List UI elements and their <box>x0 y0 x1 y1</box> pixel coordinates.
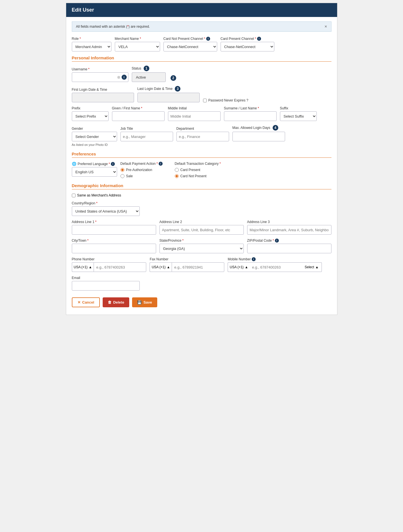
sale-radio[interactable] <box>120 174 124 178</box>
pwd-never-expires-checkbox[interactable] <box>203 99 207 102</box>
status-group: Status 1 Active <box>132 66 166 82</box>
role-row: Role* Merchant Admin Merchant Name* VELA… <box>72 37 331 51</box>
personal-section-title: Personal Information <box>72 55 331 62</box>
status-field: Active <box>132 72 166 82</box>
max-login-input[interactable]: 30 <box>232 132 285 141</box>
phone-input[interactable] <box>94 262 146 272</box>
card-not-present-radio[interactable] <box>175 174 179 178</box>
mobile-info-icon[interactable]: i <box>252 257 256 261</box>
addr2-label: Address Line 2 <box>160 220 244 224</box>
merchant-label: Merchant Name* <box>115 37 160 41</box>
card-present-label: Card Present <box>180 168 201 172</box>
prefix-select[interactable]: Select Prefix Mr.Mrs.Ms.Dr. <box>72 111 109 121</box>
delete-icon: 🗑 <box>108 300 111 304</box>
card-not-present-label: Card Not Present <box>180 174 207 178</box>
username-wrapper: test.user.vela ⊗ i <box>72 72 128 82</box>
transaction-cat-radio-group: Card Present Card Not Present <box>175 168 231 178</box>
surname-label: Surname / Last Name* <box>224 106 277 110</box>
surname-input[interactable]: User <box>224 111 277 121</box>
preferences-section: Preferences 🌐 Preferred Language* i Engl… <box>72 152 331 178</box>
city-state-zip-row: City/Town* ABC City State/Province* Geor… <box>72 239 331 253</box>
addr1-input[interactable]: 123 ABC Blvd <box>72 225 156 235</box>
pre-auth-radio[interactable] <box>120 168 124 172</box>
page-body: All fields marked with an asterisk (*) a… <box>66 17 337 315</box>
payment-action-group: Default Payment Action* i Pre-Authorizat… <box>120 162 171 178</box>
pwd-never-expires-label: Password Never Expires ? <box>208 98 248 102</box>
country-group: Country/Region* United States of America… <box>72 201 140 216</box>
gender-row: Gender Select Gender MaleFemaleNon-binar… <box>72 125 331 141</box>
page-title: Edit User <box>72 7 94 13</box>
lang-label: 🌐 Preferred Language* i <box>72 162 117 166</box>
delete-button[interactable]: 🗑 Delete <box>103 297 129 307</box>
mobile-select-chevron-icon: ▲ <box>315 265 319 269</box>
mobile-select-button[interactable]: Select ▲ <box>302 262 322 272</box>
cp-select[interactable]: Chase-NetConnect <box>221 42 274 51</box>
mobile-input[interactable] <box>250 262 302 272</box>
city-input[interactable]: ABC City <box>72 244 156 253</box>
action-buttons-row: ✕ Cancel 🗑 Delete 💾 Save <box>72 297 331 310</box>
gender-select[interactable]: Select Gender MaleFemaleNon-binary <box>72 132 117 141</box>
save-button[interactable]: 💾 Save <box>132 297 157 307</box>
addr3-input[interactable] <box>247 225 331 235</box>
lang-select[interactable]: English US SpanishFrench <box>72 167 117 177</box>
name-row: Prefix Select Prefix Mr.Mrs.Ms.Dr. Given… <box>72 106 331 121</box>
lang-info-icon[interactable]: i <box>111 162 115 166</box>
last-login-badge: 3 <box>175 86 180 92</box>
username-clear-icon[interactable]: ⊗ <box>117 75 120 79</box>
mobile-country-selector[interactable]: USA (+1) ▲ <box>228 262 250 272</box>
gender-group: Gender Select Gender MaleFemaleNon-binar… <box>72 127 117 141</box>
cnp-label: Card Not Present Channel* i <box>163 37 217 41</box>
jobtitle-input[interactable] <box>120 132 173 141</box>
zip-info-icon[interactable]: i <box>275 239 279 243</box>
role-select[interactable]: Merchant Admin <box>72 42 111 51</box>
fax-input[interactable] <box>172 262 224 272</box>
fax-label: Fax Number <box>150 257 224 261</box>
transaction-cat-group: Default Transaction Category* Card Prese… <box>175 162 231 178</box>
pre-auth-radio-item: Pre-Authorization <box>120 168 171 172</box>
zip-group: ZIP/Postal Code* i 30000 <box>247 239 331 253</box>
personal-section: Personal Information Username* test.user… <box>72 55 331 146</box>
same-as-merchant-checkbox[interactable] <box>72 194 76 197</box>
addr1-group: Address Line 1* 123 ABC Blvd <box>72 220 156 235</box>
close-icon[interactable]: ✕ <box>324 25 327 29</box>
username-label: Username* <box>72 67 128 71</box>
status-badge-1: 1 <box>144 66 149 71</box>
payment-action-info-icon[interactable]: i <box>159 162 163 166</box>
firstname-input[interactable]: Test <box>112 111 165 121</box>
email-row: Email <box>72 276 331 291</box>
phone-input-group: USA (+1) ▲ <box>72 262 146 272</box>
cnp-select[interactable]: Chase-NetConnect <box>163 42 217 51</box>
addr1-label: Address Line 1* <box>72 220 156 224</box>
dept-label: Department <box>176 127 229 131</box>
cancel-button[interactable]: ✕ Cancel <box>72 297 100 307</box>
username-group: Username* test.user.vela ⊗ i <box>72 67 128 82</box>
username-info-badge[interactable]: i <box>122 75 127 80</box>
state-select[interactable]: Georgia (GA) Alabama (AL)Florida (FL)Tex… <box>160 244 244 253</box>
fax-input-group: USA (+1) ▲ <box>150 262 224 272</box>
suffix-select[interactable]: Select Suffix Jr.Sr.IIIII <box>280 111 317 121</box>
merchant-group: Merchant Name* VELA <box>115 37 160 51</box>
page-header: Edit User <box>66 3 337 17</box>
first-login-input: 2023-11-29 01:08 PM -0500 <box>72 93 134 102</box>
card-present-radio[interactable] <box>175 168 179 172</box>
country-label: Country/Region* <box>72 201 140 205</box>
phone-country-selector[interactable]: USA (+1) ▲ <box>72 262 94 272</box>
merchant-select[interactable]: VELA <box>115 42 160 51</box>
country-select[interactable]: United States of America (USA) CanadaUni… <box>72 206 140 216</box>
zip-input[interactable]: 30000 <box>247 244 331 253</box>
cnp-info-icon[interactable]: i <box>206 37 210 41</box>
state-label: State/Province* <box>160 239 244 243</box>
city-group: City/Town* ABC City <box>72 239 156 253</box>
badge2-container: 2 <box>169 75 176 81</box>
phone-row: Phone Number USA (+1) ▲ Fax Number USA (… <box>72 257 331 272</box>
email-input[interactable] <box>72 281 140 291</box>
dept-input[interactable] <box>176 132 229 141</box>
addr2-input[interactable] <box>160 225 244 235</box>
middle-input[interactable] <box>168 111 221 121</box>
state-group: State/Province* Georgia (GA) Alabama (AL… <box>160 239 244 253</box>
addr3-label: Address Line 3 <box>247 220 331 224</box>
phone-label: Phone Number <box>72 257 146 261</box>
cp-info-icon[interactable]: i <box>257 37 261 41</box>
page-container: Edit User All fields marked with an aste… <box>66 3 337 315</box>
fax-country-selector[interactable]: USA (+1) ▲ <box>150 262 172 272</box>
